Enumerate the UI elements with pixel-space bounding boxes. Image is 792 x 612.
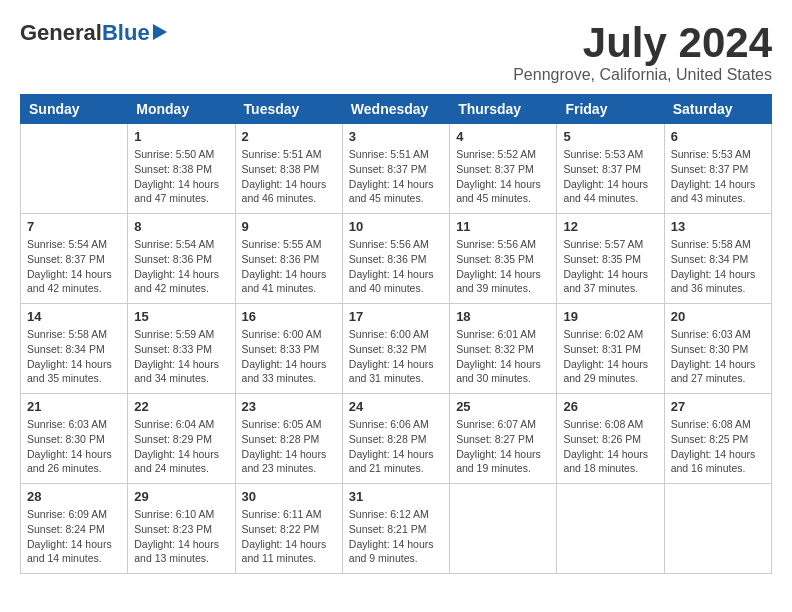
day-info: Sunrise: 5:53 AM Sunset: 8:37 PM Dayligh… [563, 147, 657, 206]
day-number: 12 [563, 219, 657, 234]
calendar-cell: 21Sunrise: 6:03 AM Sunset: 8:30 PM Dayli… [21, 394, 128, 484]
day-number: 2 [242, 129, 336, 144]
week-row-2: 7Sunrise: 5:54 AM Sunset: 8:37 PM Daylig… [21, 214, 772, 304]
calendar-cell: 20Sunrise: 6:03 AM Sunset: 8:30 PM Dayli… [664, 304, 771, 394]
calendar-cell: 15Sunrise: 5:59 AM Sunset: 8:33 PM Dayli… [128, 304, 235, 394]
calendar-cell [557, 484, 664, 574]
day-number: 24 [349, 399, 443, 414]
day-number: 16 [242, 309, 336, 324]
day-number: 20 [671, 309, 765, 324]
week-row-4: 21Sunrise: 6:03 AM Sunset: 8:30 PM Dayli… [21, 394, 772, 484]
day-number: 27 [671, 399, 765, 414]
logo-arrow-icon [153, 24, 167, 40]
calendar-table: SundayMondayTuesdayWednesdayThursdayFrid… [20, 94, 772, 574]
day-info: Sunrise: 5:52 AM Sunset: 8:37 PM Dayligh… [456, 147, 550, 206]
day-info: Sunrise: 6:01 AM Sunset: 8:32 PM Dayligh… [456, 327, 550, 386]
day-info: Sunrise: 5:59 AM Sunset: 8:33 PM Dayligh… [134, 327, 228, 386]
day-number: 1 [134, 129, 228, 144]
week-row-1: 1Sunrise: 5:50 AM Sunset: 8:38 PM Daylig… [21, 124, 772, 214]
day-info: Sunrise: 6:06 AM Sunset: 8:28 PM Dayligh… [349, 417, 443, 476]
day-info: Sunrise: 5:51 AM Sunset: 8:38 PM Dayligh… [242, 147, 336, 206]
calendar-cell: 29Sunrise: 6:10 AM Sunset: 8:23 PM Dayli… [128, 484, 235, 574]
month-title: July 2024 [513, 20, 772, 66]
day-info: Sunrise: 5:56 AM Sunset: 8:35 PM Dayligh… [456, 237, 550, 296]
day-number: 11 [456, 219, 550, 234]
calendar-cell: 30Sunrise: 6:11 AM Sunset: 8:22 PM Dayli… [235, 484, 342, 574]
calendar-cell: 8Sunrise: 5:54 AM Sunset: 8:36 PM Daylig… [128, 214, 235, 304]
day-number: 9 [242, 219, 336, 234]
calendar-cell: 31Sunrise: 6:12 AM Sunset: 8:21 PM Dayli… [342, 484, 449, 574]
day-info: Sunrise: 5:58 AM Sunset: 8:34 PM Dayligh… [27, 327, 121, 386]
calendar-cell: 16Sunrise: 6:00 AM Sunset: 8:33 PM Dayli… [235, 304, 342, 394]
day-header-sunday: Sunday [21, 95, 128, 124]
logo: General Blue [20, 20, 167, 46]
calendar-cell: 2Sunrise: 5:51 AM Sunset: 8:38 PM Daylig… [235, 124, 342, 214]
calendar-cell: 22Sunrise: 6:04 AM Sunset: 8:29 PM Dayli… [128, 394, 235, 484]
calendar-cell: 1Sunrise: 5:50 AM Sunset: 8:38 PM Daylig… [128, 124, 235, 214]
day-number: 29 [134, 489, 228, 504]
logo-general-text: General [20, 20, 102, 46]
day-number: 3 [349, 129, 443, 144]
day-number: 30 [242, 489, 336, 504]
day-header-saturday: Saturday [664, 95, 771, 124]
day-info: Sunrise: 5:58 AM Sunset: 8:34 PM Dayligh… [671, 237, 765, 296]
day-number: 6 [671, 129, 765, 144]
day-header-tuesday: Tuesday [235, 95, 342, 124]
page-header: General Blue July 2024 Penngrove, Califo… [20, 20, 772, 84]
day-info: Sunrise: 6:03 AM Sunset: 8:30 PM Dayligh… [671, 327, 765, 386]
calendar-cell: 27Sunrise: 6:08 AM Sunset: 8:25 PM Dayli… [664, 394, 771, 484]
day-header-thursday: Thursday [450, 95, 557, 124]
title-area: July 2024 Penngrove, California, United … [513, 20, 772, 84]
calendar-cell [21, 124, 128, 214]
calendar-cell: 5Sunrise: 5:53 AM Sunset: 8:37 PM Daylig… [557, 124, 664, 214]
day-number: 17 [349, 309, 443, 324]
calendar-cell [664, 484, 771, 574]
day-info: Sunrise: 6:10 AM Sunset: 8:23 PM Dayligh… [134, 507, 228, 566]
logo-blue-text: Blue [102, 20, 150, 46]
day-info: Sunrise: 5:54 AM Sunset: 8:37 PM Dayligh… [27, 237, 121, 296]
day-number: 7 [27, 219, 121, 234]
day-number: 4 [456, 129, 550, 144]
calendar-cell: 19Sunrise: 6:02 AM Sunset: 8:31 PM Dayli… [557, 304, 664, 394]
day-number: 13 [671, 219, 765, 234]
day-number: 22 [134, 399, 228, 414]
day-number: 31 [349, 489, 443, 504]
calendar-cell: 26Sunrise: 6:08 AM Sunset: 8:26 PM Dayli… [557, 394, 664, 484]
day-number: 18 [456, 309, 550, 324]
calendar-cell: 23Sunrise: 6:05 AM Sunset: 8:28 PM Dayli… [235, 394, 342, 484]
day-info: Sunrise: 6:05 AM Sunset: 8:28 PM Dayligh… [242, 417, 336, 476]
day-info: Sunrise: 6:07 AM Sunset: 8:27 PM Dayligh… [456, 417, 550, 476]
calendar-cell: 11Sunrise: 5:56 AM Sunset: 8:35 PM Dayli… [450, 214, 557, 304]
day-number: 21 [27, 399, 121, 414]
calendar-header-row: SundayMondayTuesdayWednesdayThursdayFrid… [21, 95, 772, 124]
week-row-3: 14Sunrise: 5:58 AM Sunset: 8:34 PM Dayli… [21, 304, 772, 394]
week-row-5: 28Sunrise: 6:09 AM Sunset: 8:24 PM Dayli… [21, 484, 772, 574]
calendar-cell: 9Sunrise: 5:55 AM Sunset: 8:36 PM Daylig… [235, 214, 342, 304]
day-info: Sunrise: 5:57 AM Sunset: 8:35 PM Dayligh… [563, 237, 657, 296]
day-info: Sunrise: 6:11 AM Sunset: 8:22 PM Dayligh… [242, 507, 336, 566]
calendar-cell: 13Sunrise: 5:58 AM Sunset: 8:34 PM Dayli… [664, 214, 771, 304]
day-number: 26 [563, 399, 657, 414]
day-info: Sunrise: 5:55 AM Sunset: 8:36 PM Dayligh… [242, 237, 336, 296]
calendar-cell [450, 484, 557, 574]
calendar-cell: 14Sunrise: 5:58 AM Sunset: 8:34 PM Dayli… [21, 304, 128, 394]
day-header-monday: Monday [128, 95, 235, 124]
calendar-cell: 17Sunrise: 6:00 AM Sunset: 8:32 PM Dayli… [342, 304, 449, 394]
day-info: Sunrise: 6:02 AM Sunset: 8:31 PM Dayligh… [563, 327, 657, 386]
day-info: Sunrise: 6:09 AM Sunset: 8:24 PM Dayligh… [27, 507, 121, 566]
calendar-cell: 3Sunrise: 5:51 AM Sunset: 8:37 PM Daylig… [342, 124, 449, 214]
day-number: 15 [134, 309, 228, 324]
day-info: Sunrise: 6:03 AM Sunset: 8:30 PM Dayligh… [27, 417, 121, 476]
day-info: Sunrise: 6:00 AM Sunset: 8:32 PM Dayligh… [349, 327, 443, 386]
day-number: 5 [563, 129, 657, 144]
day-info: Sunrise: 5:51 AM Sunset: 8:37 PM Dayligh… [349, 147, 443, 206]
day-number: 19 [563, 309, 657, 324]
day-info: Sunrise: 5:54 AM Sunset: 8:36 PM Dayligh… [134, 237, 228, 296]
calendar-cell: 12Sunrise: 5:57 AM Sunset: 8:35 PM Dayli… [557, 214, 664, 304]
day-info: Sunrise: 5:53 AM Sunset: 8:37 PM Dayligh… [671, 147, 765, 206]
calendar-cell: 28Sunrise: 6:09 AM Sunset: 8:24 PM Dayli… [21, 484, 128, 574]
day-info: Sunrise: 6:08 AM Sunset: 8:26 PM Dayligh… [563, 417, 657, 476]
day-number: 23 [242, 399, 336, 414]
day-number: 25 [456, 399, 550, 414]
calendar-cell: 7Sunrise: 5:54 AM Sunset: 8:37 PM Daylig… [21, 214, 128, 304]
